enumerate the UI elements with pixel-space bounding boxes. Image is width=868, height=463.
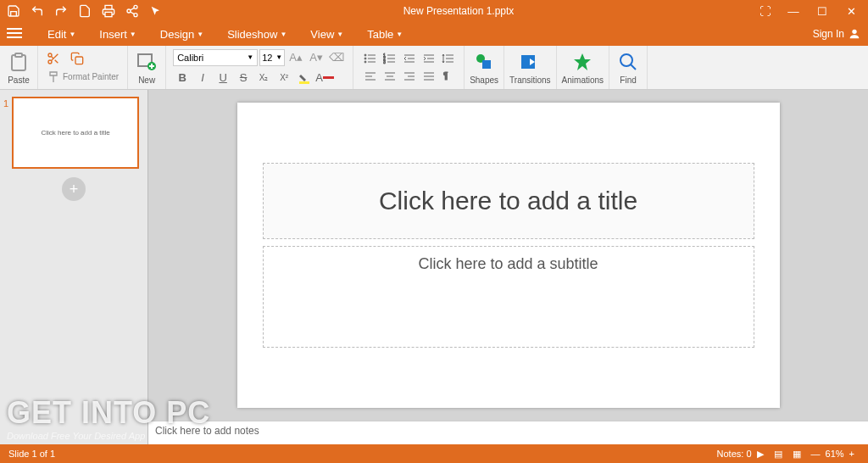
menu-edit[interactable]: Edit▼ (36, 22, 87, 46)
svg-point-24 (364, 58, 366, 59)
font-color-button[interactable]: A (315, 70, 334, 86)
svg-point-61 (620, 54, 632, 66)
svg-text:1: 1 (383, 53, 386, 58)
svg-line-15 (51, 56, 53, 59)
transitions-button[interactable] (516, 50, 543, 74)
highlight-button[interactable] (295, 70, 314, 86)
redo-icon[interactable] (51, 1, 71, 21)
svg-point-22 (364, 54, 366, 56)
pointer-icon[interactable] (146, 1, 166, 21)
svg-text:2: 2 (383, 56, 386, 61)
strikethrough-button[interactable]: S (234, 70, 253, 86)
align-center-icon[interactable] (380, 68, 398, 85)
find-label: Find (620, 75, 636, 85)
copy-icon[interactable] (67, 50, 87, 67)
transitions-label: Transitions (509, 75, 551, 85)
outdent-icon[interactable] (399, 50, 418, 67)
svg-marker-60 (574, 53, 591, 70)
align-left-icon[interactable] (360, 68, 379, 85)
underline-button[interactable]: U (214, 70, 232, 86)
maximize-icon[interactable]: ☐ (809, 1, 836, 21)
svg-line-13 (51, 53, 58, 60)
superscript-button[interactable]: X² (275, 70, 293, 86)
svg-point-26 (364, 61, 366, 63)
undo-icon[interactable] (27, 1, 47, 21)
svg-point-9 (852, 30, 856, 34)
menu-view[interactable]: View▼ (298, 22, 355, 46)
share-icon[interactable] (122, 1, 142, 21)
save-icon[interactable] (3, 1, 24, 21)
menu-insert[interactable]: Insert▼ (87, 22, 147, 46)
align-right-icon[interactable] (399, 68, 418, 85)
format-painter-button[interactable]: Format Painter (43, 69, 122, 86)
cut-icon[interactable] (43, 50, 64, 67)
slide-canvas[interactable]: Click here to add a title Click here to … (237, 103, 780, 408)
zoom-in-button[interactable]: + (844, 449, 860, 459)
play-icon[interactable]: ▶ (752, 449, 769, 460)
svg-rect-59 (521, 55, 535, 69)
svg-point-3 (134, 14, 137, 17)
menu-table[interactable]: Table▼ (355, 22, 415, 46)
sign-in-button[interactable]: Sign In (813, 27, 861, 41)
animations-label: Animations (562, 75, 604, 85)
zoom-out-button[interactable]: — (806, 449, 826, 459)
print-icon[interactable] (98, 1, 119, 21)
shapes-button[interactable] (470, 50, 498, 74)
svg-point-18 (147, 62, 156, 70)
paste-label: Paste (8, 75, 30, 85)
italic-button[interactable]: I (193, 70, 212, 86)
thumb-number: 1 (3, 97, 8, 169)
bold-button[interactable]: B (173, 70, 192, 86)
fullscreen-icon[interactable]: ⛶ (751, 1, 778, 21)
svg-rect-21 (299, 81, 309, 84)
notes-count: Notes: 0 (717, 449, 752, 459)
increase-font-icon[interactable]: A▴ (287, 49, 305, 66)
decrease-font-icon[interactable]: A▾ (307, 49, 326, 66)
zoom-level: 61% (826, 449, 844, 459)
animations-button[interactable] (569, 50, 596, 74)
new-label: New (138, 75, 155, 85)
view-outline-icon[interactable]: ▦ (787, 449, 806, 460)
find-button[interactable] (615, 50, 642, 74)
slide-panel: 1 Click here to add a title + (0, 90, 148, 444)
subtitle-placeholder[interactable]: Click here to add a subtitle (263, 246, 754, 348)
font-selector[interactable]: Calibri▼ (173, 49, 258, 66)
svg-line-14 (55, 59, 58, 63)
hamburger-icon[interactable] (7, 27, 22, 42)
justify-icon[interactable] (419, 68, 437, 85)
notes-area[interactable]: Click here to add notes (148, 421, 868, 444)
slide-count: Slide 1 of 1 (8, 449, 55, 459)
svg-line-4 (131, 12, 135, 14)
font-size-selector[interactable]: 12▼ (259, 49, 285, 66)
numbering-icon[interactable]: 123 (380, 50, 398, 67)
close-icon[interactable]: ✕ (837, 1, 865, 21)
svg-rect-58 (482, 60, 491, 69)
paste-button[interactable] (5, 50, 32, 74)
minimize-icon[interactable]: — (780, 1, 807, 21)
svg-text:3: 3 (383, 59, 386, 64)
svg-point-57 (476, 54, 485, 63)
new-slide-button[interactable] (133, 50, 160, 74)
svg-rect-0 (105, 12, 112, 16)
svg-line-62 (631, 64, 636, 70)
menu-slideshow[interactable]: Slideshow▼ (215, 22, 298, 46)
svg-point-2 (127, 9, 131, 13)
new-file-icon[interactable] (75, 1, 95, 21)
text-direction-icon[interactable]: ¶ (438, 68, 457, 85)
view-normal-icon[interactable]: ▤ (769, 449, 787, 460)
add-slide-button[interactable]: + (62, 177, 86, 201)
menu-design[interactable]: Design▼ (148, 22, 215, 46)
bullets-icon[interactable] (360, 50, 379, 67)
line-spacing-icon[interactable] (438, 50, 457, 67)
svg-rect-17 (138, 54, 152, 66)
shapes-label: Shapes (470, 75, 498, 85)
svg-point-12 (48, 60, 52, 64)
clear-format-icon[interactable]: ⌫ (327, 49, 346, 66)
slide-thumbnail[interactable]: 1 Click here to add a title (3, 97, 144, 169)
svg-rect-16 (75, 57, 83, 64)
svg-text:¶: ¶ (443, 71, 448, 81)
subscript-button[interactable]: X₂ (254, 70, 273, 86)
indent-icon[interactable] (419, 50, 437, 67)
title-placeholder[interactable]: Click here to add a title (263, 163, 754, 239)
svg-line-5 (131, 8, 135, 10)
